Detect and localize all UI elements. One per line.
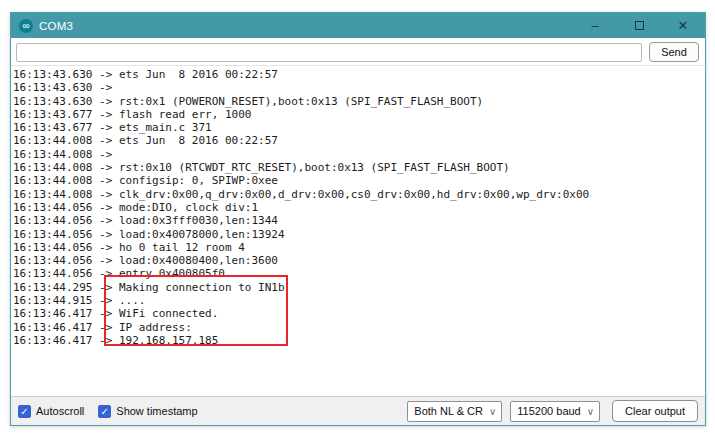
desktop-background: ∞ COM3 – ✕ Send 16:13:43.630 -> ets Jun …	[0, 0, 715, 436]
arduino-icon: ∞	[19, 19, 33, 33]
log-line: 16:13:44.008 ->	[13, 148, 705, 161]
line-ending-value: Both NL & CR	[414, 405, 483, 417]
log-line: 16:13:44.056 -> mode:DIO, clock div:1	[13, 201, 705, 214]
checkbox-checked-icon: ✓	[18, 405, 31, 418]
title-bar[interactable]: ∞ COM3 – ✕	[11, 13, 705, 38]
log-line: 16:13:44.295 -> Making connection to IN1…	[13, 281, 705, 294]
send-row: Send	[11, 38, 705, 66]
log-line: 16:13:43.630 -> rst:0x1 (POWERON_RESET),…	[13, 95, 705, 108]
log-line: 16:13:44.056 -> load:0x40078000,len:1392…	[13, 228, 705, 241]
bottom-bar: ✓ Autoscroll ✓ Show timestamp Both NL & …	[11, 396, 705, 425]
maximize-button[interactable]	[617, 13, 661, 38]
serial-input[interactable]	[16, 43, 642, 62]
log-line: 16:13:43.630 ->	[13, 81, 705, 94]
log-line: 16:13:43.677 -> flash read err, 1000	[13, 108, 705, 121]
send-button[interactable]: Send	[649, 42, 699, 62]
log-line: 16:13:43.630 -> ets Jun 8 2016 00:22:57	[13, 68, 705, 81]
log-line: 16:13:46.417 -> WiFi connected.	[13, 307, 705, 320]
minimize-button[interactable]: –	[573, 13, 617, 38]
log-line: 16:13:43.677 -> ets_main.c 371	[13, 121, 705, 134]
show-timestamp-label: Show timestamp	[116, 405, 197, 417]
show-timestamp-checkbox[interactable]: ✓ Show timestamp	[98, 405, 197, 418]
maximize-icon	[635, 21, 644, 30]
log-line: 16:13:44.056 -> ho 0 tail 12 room 4	[13, 241, 705, 254]
clear-output-button[interactable]: Clear output	[612, 400, 698, 422]
log-line: 16:13:46.417 -> IP address:	[13, 321, 705, 334]
baud-rate-select[interactable]: 115200 baud ∨	[510, 401, 600, 422]
log-lines: 16:13:43.630 -> ets Jun 8 2016 00:22:571…	[13, 68, 705, 347]
log-line: 16:13:44.915 -> ....	[13, 294, 705, 307]
serial-monitor-window: ∞ COM3 – ✕ Send 16:13:43.630 -> ets Jun …	[10, 12, 706, 426]
log-line: 16:13:44.056 -> load:0x3fff0030,len:1344	[13, 214, 705, 227]
log-line: 16:13:44.008 -> rst:0x10 (RTCWDT_RTC_RES…	[13, 161, 705, 174]
line-ending-select[interactable]: Both NL & CR ∨	[407, 401, 502, 422]
baud-rate-value: 115200 baud	[517, 405, 580, 417]
checkbox-checked-icon: ✓	[98, 405, 111, 418]
close-button[interactable]: ✕	[661, 13, 705, 38]
log-line: 16:13:44.008 -> configsip: 0, SPIWP:0xee	[13, 174, 705, 187]
autoscroll-label: Autoscroll	[36, 405, 84, 417]
window-title: COM3	[39, 20, 73, 32]
chevron-down-icon: ∨	[489, 406, 496, 417]
autoscroll-checkbox[interactable]: ✓ Autoscroll	[18, 405, 84, 418]
log-line: 16:13:44.008 -> ets Jun 8 2016 00:22:57	[13, 134, 705, 147]
log-line: 16:13:44.056 -> load:0x40080400,len:3600	[13, 254, 705, 267]
log-output[interactable]: 16:13:43.630 -> ets Jun 8 2016 00:22:571…	[11, 66, 705, 396]
chevron-down-icon: ∨	[587, 406, 594, 417]
log-line: 16:13:44.008 -> clk_drv:0x00,q_drv:0x00,…	[13, 188, 705, 201]
log-line: 16:13:46.417 -> 192.168.157.185	[13, 334, 705, 347]
log-line: 16:13:44.056 -> entry 0x400805f0	[13, 267, 705, 280]
